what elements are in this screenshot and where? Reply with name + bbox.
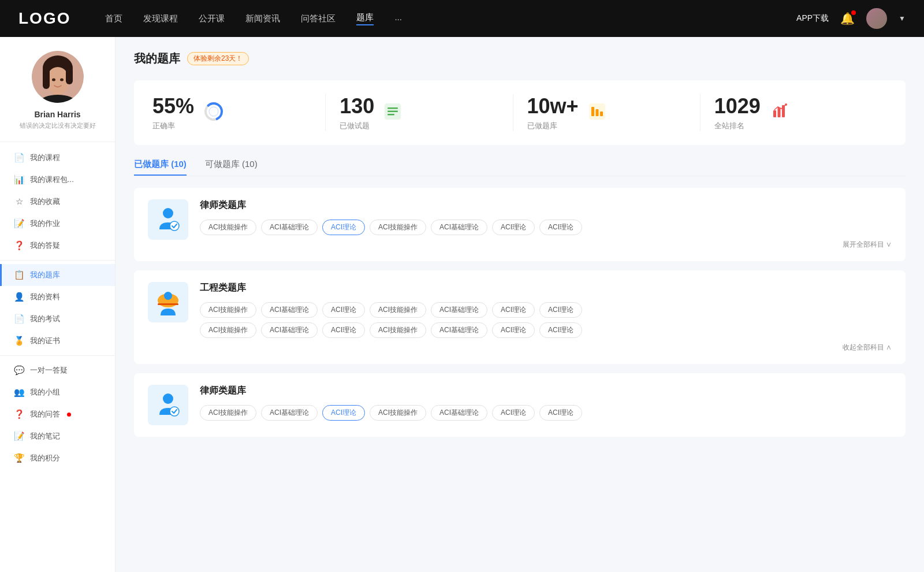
tag-item[interactable]: ACI理论	[492, 302, 535, 318]
page-title: 我的题库	[134, 51, 180, 66]
stat-done-banks-label: 已做题库	[527, 121, 579, 131]
tag-item[interactable]: ACI基础理论	[431, 322, 487, 338]
stat-done-questions: 130 已做试题	[326, 94, 513, 131]
tag-item[interactable]: ACI基础理论	[261, 302, 318, 318]
courses-icon: 📄	[14, 153, 24, 163]
sidebar-item-tutor[interactable]: 💬 一对一答疑	[0, 359, 115, 381]
stats-row: 55% 正确率 130 已做试题	[134, 80, 906, 145]
svg-rect-18	[595, 109, 598, 116]
menu-divider2	[0, 355, 115, 356]
sidebar-item-group[interactable]: 👥 我的小组	[0, 381, 115, 403]
svg-rect-17	[591, 107, 594, 116]
tab-done-banks[interactable]: 已做题库 (10)	[134, 159, 187, 176]
expand-link-lawyer-1[interactable]: 展开全部科目 ∨	[200, 240, 892, 250]
tag-item[interactable]: ACI技能操作	[370, 405, 426, 421]
qa-badge	[67, 413, 71, 417]
stat-done-questions-number: 130	[340, 94, 374, 118]
sidebar-item-questionbank[interactable]: 📋 我的题库	[0, 264, 115, 286]
tag-item[interactable]: ACI理论	[492, 405, 535, 421]
sidebar-item-label: 我的作业	[30, 218, 60, 229]
expand-link-engineer[interactable]: 收起全部科目 ∧	[200, 343, 892, 352]
sidebar-item-answers[interactable]: ❓ 我的答疑	[0, 235, 115, 257]
sidebar-item-favorites[interactable]: ☆ 我的收藏	[0, 191, 115, 213]
avatar-image	[866, 8, 887, 29]
sidebar-item-courses[interactable]: 📄 我的课程	[0, 147, 115, 169]
tag-item[interactable]: ACI基础理论	[431, 220, 487, 235]
svg-point-30	[163, 393, 173, 404]
lawyer-category-icon	[148, 199, 188, 240]
sidebar-item-label: 我的笔记	[30, 431, 60, 441]
nav-discover[interactable]: 发现课程	[143, 13, 178, 24]
tag-item[interactable]: ACI理论	[322, 322, 365, 338]
svg-rect-4	[66, 67, 73, 84]
tag-item[interactable]: ACI技能操作	[200, 302, 256, 318]
tags-row-lawyer-1: ACI技能操作 ACI基础理论 ACI理论 ACI技能操作 ACI基础理论 AC…	[200, 220, 892, 235]
profile-motto: 错误的决定比没有决定要好	[20, 121, 96, 130]
avatar-dropdown-icon[interactable]: ▼	[899, 14, 906, 23]
tag-item[interactable]: ACI技能操作	[200, 220, 256, 235]
sidebar: Brian Harris 错误的决定比没有决定要好 📄 我的课程 📊 我的课程包…	[0, 37, 116, 572]
tag-item[interactable]: ACI基础理论	[431, 302, 487, 318]
tag-item[interactable]: ACI理论	[492, 220, 535, 235]
notification-dot	[851, 10, 856, 15]
sidebar-item-homework[interactable]: 📝 我的作业	[0, 213, 115, 235]
sidebar-item-label: 我的证书	[30, 336, 60, 346]
tag-item[interactable]: ACI基础理论	[261, 220, 318, 235]
stat-done-banks-content: 10w+ 已做题库	[527, 94, 579, 131]
profile-icon: 👤	[14, 292, 24, 302]
tags-row-lawyer-2: ACI技能操作 ACI基础理论 ACI理论 ACI技能操作 ACI基础理论 AC…	[200, 405, 892, 421]
svg-rect-3	[43, 67, 50, 89]
svg-point-25	[170, 221, 179, 231]
navbar: LOGO 首页 发现课程 公开课 新闻资讯 问答社区 题库 ··· APP下载 …	[0, 0, 924, 37]
tag-item[interactable]: ACI技能操作	[200, 405, 256, 421]
tag-item[interactable]: ACI技能操作	[370, 302, 426, 318]
group-icon: 👥	[14, 387, 24, 398]
nav-openclass[interactable]: 公开课	[199, 13, 225, 24]
tag-item[interactable]: ACI技能操作	[370, 220, 426, 235]
sidebar-item-notes[interactable]: 📝 我的笔记	[0, 425, 115, 447]
stat-accuracy-label: 正确率	[152, 121, 194, 131]
nav-news[interactable]: 新闻资讯	[245, 13, 280, 24]
trial-badge: 体验剩余23天！	[187, 52, 249, 65]
sidebar-item-label: 我的资料	[30, 292, 60, 302]
nav-qa[interactable]: 问答社区	[301, 13, 336, 24]
sidebar-menu: 📄 我的课程 📊 我的课程包... ☆ 我的收藏 📝 我的作业 ❓ 我的答疑 �	[0, 147, 115, 469]
sidebar-item-points[interactable]: 🏆 我的积分	[0, 447, 115, 469]
tag-item[interactable]: ACI技能操作	[370, 322, 426, 338]
sidebar-item-label: 我的题库	[30, 270, 60, 280]
profile-name: Brian Harris	[34, 110, 80, 119]
sidebar-item-profile[interactable]: 👤 我的资料	[0, 286, 115, 308]
homework-icon: 📝	[14, 218, 24, 229]
points-icon: 🏆	[14, 453, 24, 463]
tag-item[interactable]: ACI基础理论	[261, 405, 318, 421]
tag-item[interactable]: ACI理论	[539, 322, 582, 338]
tag-item-active[interactable]: ACI理论	[322, 220, 365, 235]
profile-avatar	[32, 51, 84, 103]
tag-item[interactable]: ACI基础理论	[261, 322, 318, 338]
app-download-btn[interactable]: APP下载	[796, 13, 829, 24]
logo: LOGO	[18, 9, 70, 28]
tag-item[interactable]: ACI理论	[539, 405, 582, 421]
nav-questionbank[interactable]: 题库	[356, 12, 374, 25]
svg-point-24	[163, 208, 173, 218]
sidebar-item-myqa[interactable]: ❓ 我的问答	[0, 403, 115, 425]
tab-available-banks[interactable]: 可做题库 (10)	[205, 159, 258, 176]
tag-item[interactable]: ACI技能操作	[200, 322, 256, 338]
tag-item[interactable]: ACI理论	[539, 220, 582, 235]
tag-item-active[interactable]: ACI理论	[322, 405, 365, 421]
engineer-category-icon	[148, 282, 188, 322]
svg-rect-14	[388, 111, 398, 113]
sidebar-item-coursepack[interactable]: 📊 我的课程包...	[0, 169, 115, 191]
tag-item[interactable]: ACI理论	[322, 302, 365, 318]
stat-accuracy: 55% 正确率	[152, 94, 326, 131]
category-card-lawyer-2: 律师类题库 ACI技能操作 ACI基础理论 ACI理论 ACI技能操作 ACI基…	[134, 373, 906, 437]
tag-item[interactable]: ACI理论	[492, 322, 535, 338]
nav-more[interactable]: ···	[394, 14, 402, 24]
tag-item[interactable]: ACI理论	[539, 302, 582, 318]
nav-home[interactable]: 首页	[105, 13, 122, 24]
user-avatar[interactable]	[866, 8, 887, 29]
sidebar-item-exam[interactable]: 📄 我的考试	[0, 308, 115, 330]
sidebar-item-certificate[interactable]: 🏅 我的证书	[0, 330, 115, 352]
tag-item[interactable]: ACI基础理论	[431, 405, 487, 421]
notification-bell[interactable]: 🔔	[840, 12, 855, 25]
